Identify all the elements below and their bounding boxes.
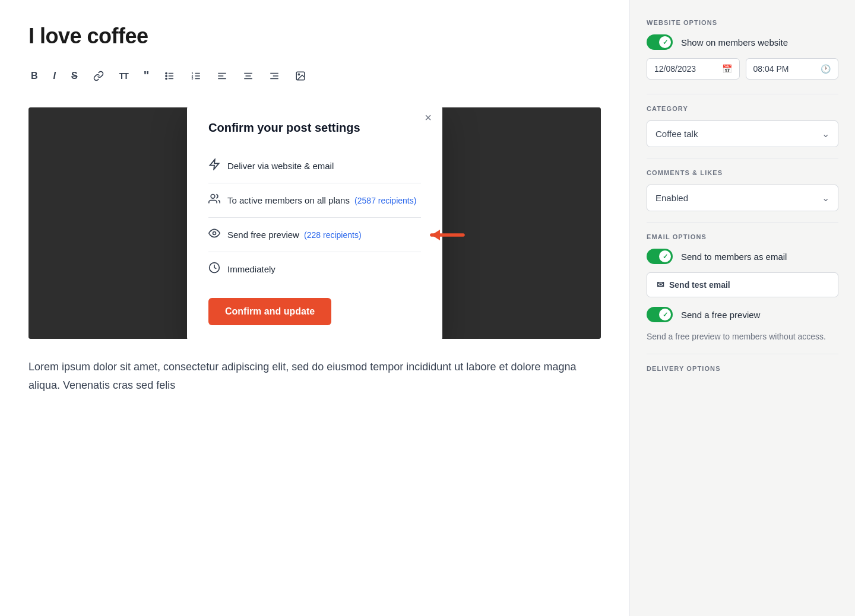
svg-point-5 [166, 78, 167, 79]
send-free-preview-toggle[interactable]: ✓ [647, 307, 673, 322]
strikethrough-button[interactable]: S [69, 69, 80, 82]
category-value: Coffee talk [656, 129, 698, 139]
date-value: 12/08/2023 [654, 64, 696, 74]
send-free-preview-toggle-row: ✓ Send a free preview [647, 307, 838, 322]
bullet-list-button[interactable] [162, 69, 178, 82]
send-free-preview-toggle-knob: ✓ [659, 309, 671, 320]
modal-title: Confirm your post settings [208, 121, 421, 135]
modal-members-text: To active members on all plans (2587 rec… [227, 195, 421, 205]
email-options-label: EMAIL OPTIONS [647, 233, 838, 240]
modal-immediately-text: Immediately [227, 264, 421, 274]
date-input[interactable]: 12/08/2023 📅 [647, 58, 740, 80]
bold-button[interactable]: B [28, 69, 40, 82]
show-on-website-label: Show on members website [681, 37, 788, 47]
send-test-email-button[interactable]: ✉ Send test email [647, 272, 838, 297]
arrow-indicator [421, 224, 468, 246]
send-as-email-toggle-row: ✓ Send to members as email [647, 249, 838, 264]
align-center-button[interactable] [240, 69, 256, 82]
italic-button[interactable]: I [51, 69, 58, 82]
align-right-button[interactable] [267, 69, 282, 82]
comments-label: COMMENTS & LIKES [647, 169, 838, 176]
number-list-button[interactable]: 123 [188, 69, 204, 82]
clock-icon [208, 262, 220, 277]
delivery-options-label: DELIVERY OPTIONS [647, 365, 838, 372]
calendar-icon: 📅 [722, 64, 732, 74]
email-icon: ✉ [657, 280, 664, 290]
align-left-button[interactable] [214, 69, 230, 82]
members-recipients-badge: (2587 recipients) [354, 196, 416, 205]
editor-toolbar: B I S TT " 123 [28, 68, 601, 88]
comments-dropdown[interactable]: Enabled ⌄ [647, 185, 838, 211]
text-size-button[interactable]: TT [117, 70, 131, 82]
free-preview-desc: Send a free preview to members without a… [647, 331, 838, 343]
send-test-email-label: Send test email [669, 280, 730, 290]
website-options-label: WEBSITE OPTIONS [647, 19, 838, 26]
send-as-email-check-icon: ✓ [663, 253, 668, 261]
svg-point-24 [211, 195, 215, 199]
modal-row-preview: Send free preview (228 recipients) [208, 218, 421, 252]
deliver-icon [208, 158, 220, 173]
modal-row-members: To active members on all plans (2587 rec… [208, 183, 421, 218]
svg-text:3: 3 [192, 77, 194, 80]
send-as-email-toggle[interactable]: ✓ [647, 249, 673, 264]
modal-row-immediately: Immediately [208, 252, 421, 286]
editor-panel: I love coffee B I S TT " 123 mohamad-sai… [0, 0, 629, 616]
show-on-website-toggle[interactable]: ✓ [647, 34, 673, 50]
comments-value: Enabled [656, 193, 688, 203]
svg-point-22 [299, 74, 300, 75]
time-input[interactable]: 08:04 PM 🕐 [746, 58, 839, 80]
divider-1 [647, 94, 838, 94]
svg-point-3 [166, 72, 167, 74]
category-label: CATEGORY [647, 105, 838, 112]
confirm-modal: × Confirm your post settings Deliver via… [187, 107, 442, 339]
modal-row-deliver: Deliver via website & email [208, 149, 421, 183]
modal-preview-text: Send free preview (228 recipients) [227, 230, 421, 240]
image-button[interactable] [293, 69, 308, 82]
sidebar: WEBSITE OPTIONS ✓ Show on members websit… [629, 0, 855, 616]
datetime-row: 12/08/2023 📅 08:04 PM 🕐 [647, 58, 838, 80]
time-value: 08:04 PM [753, 64, 789, 74]
quote-button[interactable]: " [141, 68, 151, 84]
editor-image-area: mohamad-sai-4Ahko19Z3UM-unsplash.jpg × C… [28, 107, 601, 339]
link-button[interactable] [91, 69, 106, 82]
send-free-preview-label: Send a free preview [681, 310, 760, 320]
category-dropdown[interactable]: Coffee talk ⌄ [647, 120, 838, 147]
preview-recipients-badge: (228 recipients) [304, 230, 362, 240]
modal-close-button[interactable]: × [425, 112, 432, 123]
preview-icon [208, 227, 220, 242]
send-as-email-toggle-knob: ✓ [659, 250, 671, 262]
post-title: I love coffee [28, 24, 601, 49]
comments-chevron-icon: ⌄ [822, 192, 829, 204]
toggle-knob: ✓ [659, 36, 671, 48]
toggle-check-icon: ✓ [663, 39, 668, 46]
body-text: Lorem ipsum dolor sit amet, consectetur … [28, 358, 601, 394]
divider-2 [647, 158, 838, 158]
send-free-preview-check-icon: ✓ [663, 311, 668, 319]
show-on-website-toggle-row: ✓ Show on members website [647, 34, 838, 50]
send-as-email-label: Send to members as email [681, 252, 787, 262]
svg-point-25 [213, 232, 216, 235]
clock-input-icon: 🕐 [821, 64, 831, 74]
divider-3 [647, 222, 838, 223]
category-chevron-icon: ⌄ [822, 128, 829, 139]
svg-marker-23 [210, 160, 219, 170]
svg-marker-26 [432, 230, 440, 240]
members-icon [208, 193, 220, 208]
divider-4 [647, 354, 838, 354]
modal-overlay: × Confirm your post settings Deliver via… [28, 107, 601, 339]
svg-point-4 [166, 75, 167, 76]
modal-deliver-text: Deliver via website & email [227, 161, 421, 171]
confirm-update-button[interactable]: Confirm and update [208, 298, 331, 325]
